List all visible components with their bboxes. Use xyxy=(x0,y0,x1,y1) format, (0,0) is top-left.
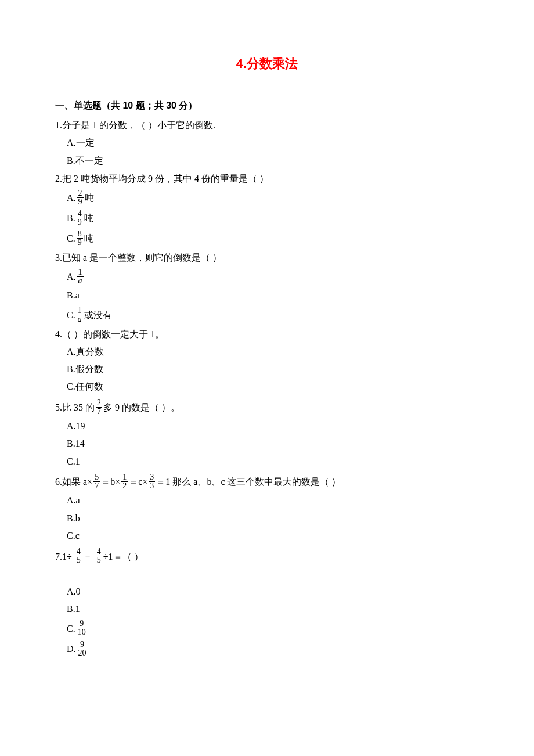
question-4-text: 4.（ ）的倒数一定大于 1。 xyxy=(55,326,479,343)
option-7a: A.0 xyxy=(67,583,479,600)
question-6: 6.如果 a×57＝b×12＝c×33＝1 那么 a、b、c 这三个数中最大的数… xyxy=(55,471,479,545)
fraction-2b-den: 9 xyxy=(77,218,83,226)
fraction-5: 27 xyxy=(96,399,102,416)
fraction-5-den: 7 xyxy=(96,408,102,416)
fraction-6-3-num: 3 xyxy=(149,473,155,482)
fraction-3a-den: a xyxy=(77,277,84,285)
question-4: 4.（ ）的倒数一定大于 1。 A.真分数 B.假分数 C.任何数 xyxy=(55,326,479,396)
option-2b: B.49吨 xyxy=(67,208,479,228)
question-5-post: 多 9 的数是（ ）。 xyxy=(103,402,180,412)
question-5: 5.比 35 的27多 9 的数是（ ）。 A.19 B.14 C.1 xyxy=(55,397,479,470)
question-7-pre: 7.1÷ xyxy=(55,552,74,561)
question-5-options: A.19 B.14 C.1 xyxy=(55,417,479,470)
question-6-mid2: ＝c× xyxy=(129,477,147,487)
question-3: 3.已知 a 是一个整数，则它的倒数是（ ） A.1a B.a C.1a或没有 xyxy=(55,250,479,325)
option-3c-label: C. xyxy=(67,310,75,320)
option-3a: A.1a xyxy=(67,267,479,287)
option-1a: A.一定 xyxy=(67,134,479,152)
section-header: 一、单选题（共 10 题；共 30 分） xyxy=(55,98,479,114)
question-1-options: A.一定 B.不一定 xyxy=(55,134,479,170)
option-2c-unit: 吨 xyxy=(84,233,93,243)
fraction-3c: 1a xyxy=(77,307,83,323)
question-6-pre: 6.如果 a× xyxy=(55,477,92,487)
question-5-pre: 5.比 35 的 xyxy=(55,402,95,412)
question-7-options: A.0 B.1 C.910 D.920 xyxy=(55,583,479,659)
fraction-2b: 49 xyxy=(77,210,83,226)
option-6a: A.a xyxy=(67,492,479,509)
option-7b: B.1 xyxy=(67,600,479,618)
fraction-7-1-num: 4 xyxy=(75,548,82,556)
fraction-6-3: 33 xyxy=(149,473,155,490)
option-7d: D.920 xyxy=(67,639,479,659)
fraction-2a-num: 2 xyxy=(77,189,84,198)
fraction-7-2-num: 4 xyxy=(96,548,102,556)
fraction-7-2-den: 5 xyxy=(96,556,102,564)
option-3c-post: 或没有 xyxy=(84,310,112,320)
option-2b-unit: 吨 xyxy=(84,213,93,223)
fraction-7-2: 45 xyxy=(96,548,102,564)
fraction-6-1-den: 7 xyxy=(93,482,100,490)
fraction-3a: 1a xyxy=(77,268,84,285)
fraction-7c: 910 xyxy=(77,620,87,636)
option-7c: C.910 xyxy=(67,618,479,639)
fraction-7-1-den: 5 xyxy=(75,556,82,564)
question-2-options: A.29吨 B.49吨 C.89吨 xyxy=(55,188,479,249)
option-7d-label: D. xyxy=(67,644,76,654)
question-2-text: 2.把 2 吨货物平均分成 9 份，其中 4 份的重量是（ ） xyxy=(55,171,479,188)
question-7-text: 7.1÷ 45－ 45÷1＝（ ） xyxy=(55,546,479,567)
question-6-mid1: ＝b× xyxy=(101,477,120,487)
option-3a-label: A. xyxy=(67,272,76,282)
question-7-post: ÷1＝（ ） xyxy=(103,552,143,561)
question-2: 2.把 2 吨货物平均分成 9 份，其中 4 份的重量是（ ） A.29吨 B.… xyxy=(55,171,479,249)
fraction-7c-num: 9 xyxy=(77,620,87,628)
question-4-options: A.真分数 B.假分数 C.任何数 xyxy=(55,343,479,396)
question-1-text: 1.分子是 1 的分数，（ ）小于它的倒数. xyxy=(55,117,479,134)
question-6-options: A.a B.b C.c xyxy=(55,492,479,545)
fraction-3a-num: 1 xyxy=(77,268,84,277)
fraction-2c-den: 9 xyxy=(77,239,83,247)
fraction-6-2-num: 1 xyxy=(121,473,128,482)
question-7: 7.1÷ 45－ 45÷1＝（ ） A.0 B.1 C.910 D.920 xyxy=(55,546,479,659)
fraction-6-1: 57 xyxy=(93,473,100,490)
option-2a: A.29吨 xyxy=(67,188,479,208)
question-5-text: 5.比 35 的27多 9 的数是（ ）。 xyxy=(55,397,479,417)
option-4c: C.任何数 xyxy=(67,378,479,395)
option-4b: B.假分数 xyxy=(67,361,479,378)
fraction-6-1-num: 5 xyxy=(93,473,100,482)
fraction-2a-den: 9 xyxy=(77,198,84,206)
option-4a: A.真分数 xyxy=(67,343,479,361)
fraction-7-1: 45 xyxy=(75,548,82,564)
fraction-2c: 89 xyxy=(77,230,83,247)
option-1b: B.不一定 xyxy=(67,152,479,170)
option-2a-unit: 吨 xyxy=(85,193,94,203)
question-6-text: 6.如果 a×57＝b×12＝c×33＝1 那么 a、b、c 这三个数中最大的数… xyxy=(55,471,479,492)
option-6b: B.b xyxy=(67,510,479,527)
fraction-3c-den: a xyxy=(77,315,83,323)
option-3b: B.a xyxy=(67,287,479,304)
fraction-6-3-den: 3 xyxy=(149,482,155,490)
option-6c: C.c xyxy=(67,527,479,545)
fraction-7c-den: 10 xyxy=(77,628,87,636)
fraction-3c-num: 1 xyxy=(77,307,83,315)
fraction-2b-num: 4 xyxy=(77,210,83,218)
fraction-2c-num: 8 xyxy=(77,230,83,239)
option-2c: C.89吨 xyxy=(67,228,479,249)
option-5a: A.19 xyxy=(67,417,479,435)
fraction-2a: 29 xyxy=(77,189,84,206)
fraction-6-2-den: 2 xyxy=(121,482,128,490)
option-3c: C.1a或没有 xyxy=(67,305,479,325)
fraction-5-num: 2 xyxy=(96,399,102,408)
fraction-7d-den: 20 xyxy=(77,649,88,657)
fraction-7d-num: 9 xyxy=(77,640,88,649)
option-2c-label: C. xyxy=(67,233,75,243)
question-6-post: ＝1 那么 a、b、c 这三个数中最大的数是（ ） xyxy=(156,477,341,487)
question-3-options: A.1a B.a C.1a或没有 xyxy=(55,267,479,325)
question-3-text: 3.已知 a 是一个整数，则它的倒数是（ ） xyxy=(55,250,479,267)
fraction-7d: 920 xyxy=(77,640,88,657)
option-5b: B.14 xyxy=(67,435,479,452)
question-1: 1.分子是 1 的分数，（ ）小于它的倒数. A.一定 B.不一定 xyxy=(55,117,479,170)
option-5c: C.1 xyxy=(67,453,479,470)
option-2a-label: A. xyxy=(67,193,76,203)
option-2b-label: B. xyxy=(67,213,75,223)
fraction-6-2: 12 xyxy=(121,473,128,490)
